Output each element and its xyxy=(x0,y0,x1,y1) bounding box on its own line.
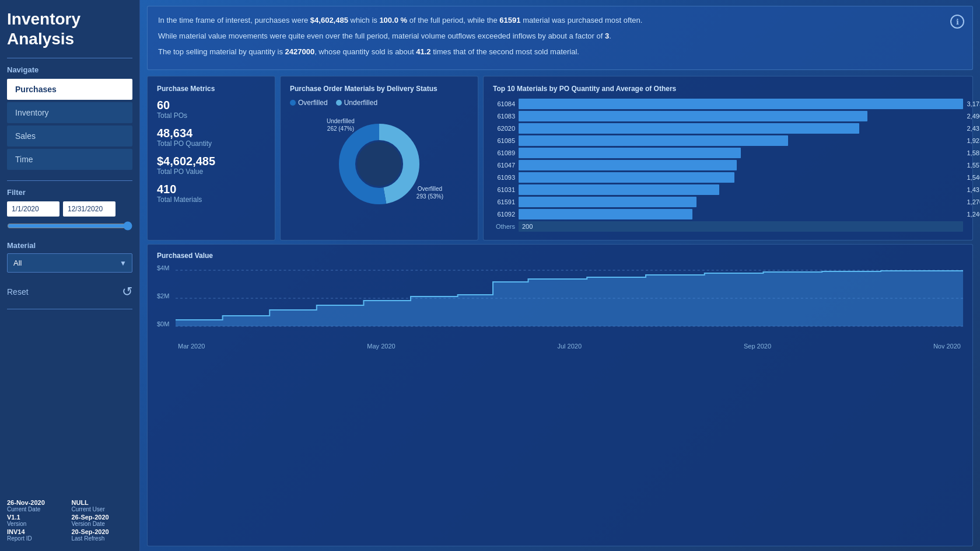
bar-value: 1,240 xyxy=(967,211,980,218)
bar-fill xyxy=(519,209,692,219)
cards-row: Purchase Metrics 60 Total POs 48,634 Tot… xyxy=(147,76,973,240)
report-id-value: INV14 xyxy=(7,528,68,535)
nav-item-sales[interactable]: Sales xyxy=(7,125,132,147)
version-date-key: Version Date xyxy=(72,521,133,527)
y-label-0m: $0M xyxy=(157,320,169,327)
others-value: 200 xyxy=(522,223,533,230)
info-line3: The top selling material by quantity is … xyxy=(158,46,962,58)
reset-button[interactable]: Reset xyxy=(7,287,29,297)
delivery-status-card: Purchase Order Materials by Delivery Sta… xyxy=(280,76,478,240)
filter-label: Filter xyxy=(7,188,132,197)
last-refresh-value: 20-Sep-2020 xyxy=(72,528,133,535)
bar-track: 3,173 xyxy=(519,99,963,109)
total-value-value: $4,602,485 xyxy=(157,155,265,168)
purchase-metrics-card: Purchase Metrics 60 Total POs 48,634 Tot… xyxy=(147,76,275,240)
bar-row: 62020 2,431 xyxy=(493,123,963,134)
bar-fill xyxy=(519,111,867,121)
current-date-key: Current Date xyxy=(7,506,68,512)
line-chart-svg xyxy=(176,264,963,334)
bar-row: 61591 1,270 xyxy=(493,197,963,207)
overfilled-label: Overfilled293 (53%) xyxy=(416,185,443,200)
bar-value: 1,431 xyxy=(967,186,980,193)
bar-track: 1,240 xyxy=(519,209,963,219)
bar-label: 61092 xyxy=(493,211,515,218)
bar-others-row: Others 200 xyxy=(493,221,963,232)
bar-label: 61083 xyxy=(493,113,515,120)
material-select[interactable]: All xyxy=(7,253,132,273)
donut-legend: Overfilled Underfilled xyxy=(290,99,468,107)
total-qty-label: Total PO Quantity xyxy=(157,140,265,148)
bar-value: 1,923 xyxy=(967,137,980,144)
bar-label: 61031 xyxy=(493,186,515,193)
total-value-label: Total PO Value xyxy=(157,168,265,176)
bar-row: 61031 1,431 xyxy=(493,184,963,195)
bar-fill xyxy=(519,135,788,146)
nav-item-time[interactable]: Time xyxy=(7,149,132,170)
reset-icon[interactable]: ↺ xyxy=(122,284,132,299)
date-range-slider[interactable] xyxy=(7,221,132,231)
bar-value: 1,557 xyxy=(967,162,980,169)
info-icon[interactable]: ℹ xyxy=(950,15,964,29)
last-refresh-key: Last Refresh xyxy=(72,535,133,542)
x-label-may: May 2020 xyxy=(367,343,395,350)
bar-track: 1,585 xyxy=(519,148,963,158)
bar-row: 61084 3,173 xyxy=(493,99,963,109)
current-user-key: Current User xyxy=(72,506,133,512)
delivery-title: Purchase Order Materials by Delivery Sta… xyxy=(290,85,468,93)
bar-fill xyxy=(519,184,719,195)
total-pos-label: Total POs xyxy=(157,111,265,120)
underfilled-label: Underfilled262 (47%) xyxy=(327,117,355,132)
overfilled-dot xyxy=(290,100,296,106)
bar-chart-rows: 61084 3,173 61083 2,490 62020 2,431 6108… xyxy=(493,99,963,232)
bar-track: 1,923 xyxy=(519,135,963,146)
material-label: Material xyxy=(7,241,132,250)
bar-value: 2,431 xyxy=(967,125,980,132)
bar-fill xyxy=(519,160,737,170)
main-content: In the time frame of interest, purchases… xyxy=(140,0,980,551)
svg-point-2 xyxy=(357,142,401,186)
line-chart-title: Purchased Value xyxy=(157,252,963,260)
bar-label: 61047 xyxy=(493,162,515,169)
app-title: Inventory Analysis xyxy=(7,9,132,48)
line-chart-area: $4M $2M $0M xyxy=(157,264,963,340)
bar-label: 62020 xyxy=(493,125,515,132)
line-chart-card: Purchased Value $4M $2M $0M Mar 2020 May… xyxy=(147,244,973,546)
x-label-jul: Jul 2020 xyxy=(557,343,582,350)
legend-underfilled: Underfilled xyxy=(336,99,377,107)
bar-track: 2,490 xyxy=(519,111,963,121)
bar-track: 1,557 xyxy=(519,160,963,170)
bar-fill xyxy=(519,197,696,207)
current-user-value: NULL xyxy=(72,499,133,506)
x-label-sep: Sep 2020 xyxy=(744,343,771,350)
bar-row: 61093 1,540 xyxy=(493,172,963,183)
x-labels: Mar 2020 May 2020 Jul 2020 Sep 2020 Nov … xyxy=(157,343,963,350)
others-track: 200 xyxy=(519,221,963,232)
bar-fill xyxy=(519,99,963,109)
nav-item-inventory[interactable]: Inventory xyxy=(7,102,132,123)
legend-overfilled: Overfilled xyxy=(290,99,328,107)
nav-item-purchases[interactable]: Purchases xyxy=(7,79,132,100)
bar-fill xyxy=(519,172,734,183)
bar-value: 1,270 xyxy=(967,198,980,205)
bar-value: 1,540 xyxy=(967,174,980,181)
top10-card: Top 10 Materials by PO Quantity and Aver… xyxy=(483,76,973,240)
info-line1: In the time frame of interest, purchases… xyxy=(158,15,962,27)
info-banner: In the time frame of interest, purchases… xyxy=(147,6,973,70)
bar-row: 61083 2,490 xyxy=(493,111,963,121)
bar-label: 61089 xyxy=(493,149,515,156)
navigate-label: Navigate xyxy=(7,65,132,74)
total-qty-value: 48,634 xyxy=(157,127,265,140)
top10-title: Top 10 Materials by PO Quantity and Aver… xyxy=(493,85,963,93)
sidebar: Inventory Analysis Navigate Purchases In… xyxy=(0,0,140,551)
date-start-input[interactable] xyxy=(7,201,60,217)
y-label-2m: $2M xyxy=(157,292,169,299)
version-date-value: 26-Sep-2020 xyxy=(72,514,133,521)
bar-fill xyxy=(519,123,859,134)
bar-track: 1,540 xyxy=(519,172,963,183)
date-end-input[interactable] xyxy=(63,201,116,217)
bar-track: 2,431 xyxy=(519,123,963,134)
underfilled-dot xyxy=(336,100,342,106)
bar-fill xyxy=(519,148,741,158)
total-materials-label: Total Materials xyxy=(157,196,265,204)
y-label-4m: $4M xyxy=(157,264,169,271)
